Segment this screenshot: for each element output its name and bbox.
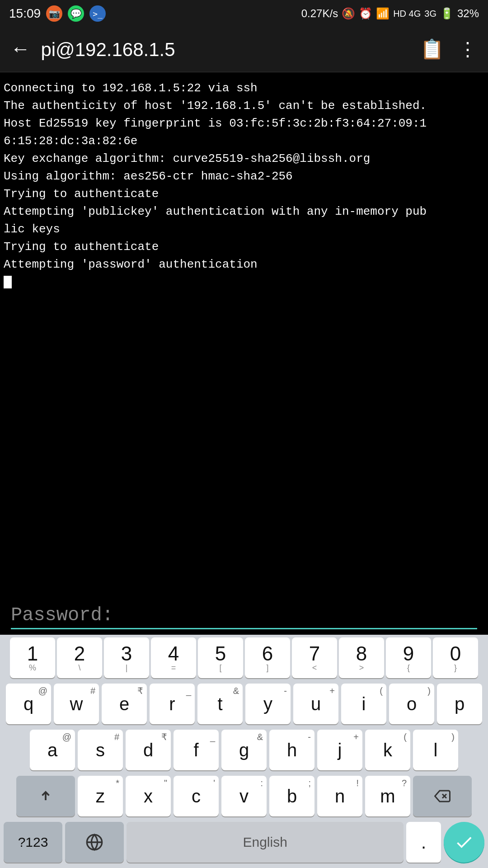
clipboard-button[interactable]: 📋 bbox=[420, 38, 444, 61]
more-options-button[interactable]: ⋮ bbox=[458, 38, 477, 61]
cursor-line bbox=[4, 274, 484, 291]
key-7[interactable]: 7< bbox=[292, 637, 337, 678]
network-speed: 0.27K/s bbox=[301, 7, 338, 20]
alarm-icon: ⏰ bbox=[359, 7, 372, 20]
key-e[interactable]: ₹e bbox=[102, 684, 147, 724]
terminal-line: Using algorithm: aes256-ctr hmac-sha2-25… bbox=[4, 168, 484, 185]
battery-level: 32% bbox=[457, 7, 479, 20]
status-right: 0.27K/s 🔕 ⏰ 📶 HD 4G 3G 🔋 32% bbox=[301, 7, 479, 20]
terminal-output: Connecting to 192.168.1.5:22 via ssh The… bbox=[0, 72, 488, 595]
key-l[interactable]: )l bbox=[413, 730, 458, 770]
keyboard-asdf-row: @a #s ₹d _f &g -h +j (k )l bbox=[0, 727, 488, 773]
signal-3g: 3G bbox=[424, 9, 436, 19]
title-bar: ← pi@192.168.1.5 📋 ⋮ bbox=[0, 27, 488, 72]
keyboard-zxcv-row: *z "x 'c :v ;b !n ?m bbox=[0, 773, 488, 819]
terminal-line: The authenticity of host '192.168.1.5' c… bbox=[4, 97, 484, 115]
key-3[interactable]: 3| bbox=[104, 637, 149, 678]
key-n[interactable]: !n bbox=[317, 776, 362, 816]
key-p[interactable]: p bbox=[437, 684, 482, 724]
symbols-key[interactable]: ?123 bbox=[4, 822, 62, 863]
app3-icon: >_ bbox=[89, 5, 106, 22]
terminal-line: Attempting 'password' authentication bbox=[4, 256, 484, 274]
key-t[interactable]: &t bbox=[197, 684, 243, 724]
session-title: pi@192.168.1.5 bbox=[41, 39, 420, 61]
mute-icon: 🔕 bbox=[342, 7, 355, 20]
key-f[interactable]: _f bbox=[174, 730, 219, 770]
key-z[interactable]: *z bbox=[78, 776, 123, 816]
app2-icon: 💬 bbox=[68, 5, 84, 22]
wifi-icon: 📶 bbox=[376, 7, 389, 20]
key-u[interactable]: +u bbox=[293, 684, 338, 724]
status-bar: 15:09 📷 💬 >_ 0.27K/s 🔕 ⏰ 📶 HD 4G 3G 🔋 32… bbox=[0, 0, 488, 27]
key-c[interactable]: 'c bbox=[174, 776, 219, 816]
terminal-line: Host Ed25519 key fingerprint is 03:fc:5f… bbox=[4, 115, 484, 132]
keyboard-numbers-row: 1% 2\ 3| 4= 5[ 6] 7< 8> 9{ 0} bbox=[0, 635, 488, 681]
battery-icon: 🔋 bbox=[440, 7, 454, 20]
key-x[interactable]: "x bbox=[126, 776, 171, 816]
back-button[interactable]: ← bbox=[11, 35, 30, 65]
key-4[interactable]: 4= bbox=[151, 637, 196, 678]
key-h[interactable]: -h bbox=[269, 730, 314, 770]
spacebar-key[interactable]: English bbox=[127, 822, 404, 863]
key-y[interactable]: -y bbox=[245, 684, 291, 724]
terminal-line: Trying to authenticate bbox=[4, 238, 484, 256]
key-k[interactable]: (k bbox=[365, 730, 410, 770]
key-g[interactable]: &g bbox=[221, 730, 267, 770]
terminal-line: lic keys bbox=[4, 221, 484, 238]
terminal-line: Connecting to 192.168.1.5:22 via ssh bbox=[4, 80, 484, 97]
backspace-key[interactable] bbox=[413, 776, 472, 816]
key-5[interactable]: 5[ bbox=[198, 637, 243, 678]
signal-4g: HD 4G bbox=[393, 9, 421, 19]
key-0[interactable]: 0} bbox=[433, 637, 478, 678]
password-area: Password: bbox=[0, 595, 488, 635]
key-o[interactable]: )o bbox=[389, 684, 434, 724]
key-v[interactable]: :v bbox=[221, 776, 267, 816]
shift-key[interactable] bbox=[16, 776, 75, 816]
key-8[interactable]: 8> bbox=[339, 637, 384, 678]
key-b[interactable]: ;b bbox=[269, 776, 314, 816]
key-m[interactable]: ?m bbox=[365, 776, 410, 816]
time-display: 15:09 bbox=[9, 6, 41, 21]
terminal-line: Attempting 'publickey' authentication wi… bbox=[4, 203, 484, 221]
keyboard-qwerty-row: @q #w ₹e _r &t -y +u (i )o p bbox=[0, 681, 488, 727]
key-s[interactable]: #s bbox=[78, 730, 123, 770]
key-9[interactable]: 9{ bbox=[386, 637, 431, 678]
key-a[interactable]: @a bbox=[30, 730, 75, 770]
key-1[interactable]: 1% bbox=[10, 637, 55, 678]
key-j[interactable]: +j bbox=[317, 730, 362, 770]
terminal-line: Key exchange algorithm: curve25519-sha25… bbox=[4, 150, 484, 168]
dot-key[interactable]: . bbox=[406, 822, 441, 863]
password-label: Password: bbox=[11, 604, 477, 626]
status-left: 15:09 📷 💬 >_ bbox=[9, 5, 106, 22]
key-r[interactable]: _r bbox=[150, 684, 195, 724]
key-6[interactable]: 6] bbox=[245, 637, 290, 678]
keyboard: 1% 2\ 3| 4= 5[ 6] 7< 8> 9{ 0} @q #w ₹e _… bbox=[0, 635, 488, 868]
password-underline bbox=[11, 628, 477, 629]
key-q[interactable]: @q bbox=[6, 684, 51, 724]
toolbar-icons: 📋 ⋮ bbox=[420, 38, 477, 61]
terminal-line: Trying to authenticate bbox=[4, 185, 484, 203]
key-i[interactable]: (i bbox=[341, 684, 386, 724]
cursor-block bbox=[4, 276, 12, 288]
key-d[interactable]: ₹d bbox=[126, 730, 171, 770]
keyboard-bottom-row: ?123 English . bbox=[0, 819, 488, 868]
globe-key[interactable] bbox=[65, 822, 124, 863]
terminal-line: 6:15:28:dc:3a:82:6e bbox=[4, 132, 484, 150]
key-w[interactable]: #w bbox=[54, 684, 99, 724]
key-2[interactable]: 2\ bbox=[57, 637, 102, 678]
enter-key[interactable] bbox=[444, 822, 484, 863]
app1-icon: 📷 bbox=[46, 5, 62, 22]
